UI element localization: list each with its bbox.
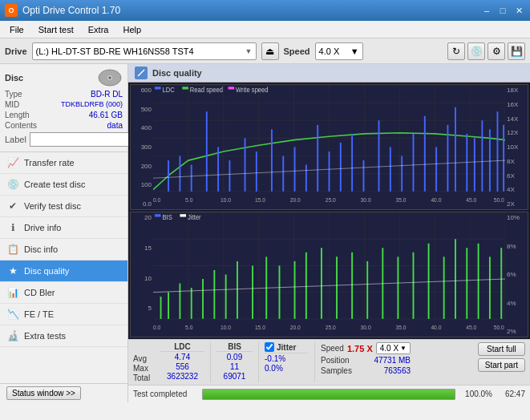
svg-text:Read speed: Read speed (190, 86, 223, 94)
stats-labels-col: Avg Max Total (133, 342, 157, 382)
jitter-avg: -0.1% (265, 354, 309, 363)
menu-bar: File Start test Extra Help (0, 21, 530, 38)
stats-avg-label: Avg (133, 354, 157, 363)
start-full-button[interactable]: Start full (478, 342, 525, 356)
progress-time: 62:47 (497, 390, 525, 398)
svg-text:0.0: 0.0 (153, 324, 160, 332)
chart-header: Disc quality (128, 64, 530, 83)
position-value: 47731 MB (374, 356, 411, 365)
disc-mid-row: MID TDKBLDRFB (000) (5, 100, 123, 109)
svg-text:50.0 GB: 50.0 GB (494, 196, 505, 204)
right-panel: Disc quality 600 500 400 300 200 100 0.0 (128, 64, 530, 402)
status-window-button[interactable]: Status window >> (6, 386, 81, 400)
nav-transfer-rate[interactable]: 📈 Transfer rate (0, 152, 127, 174)
disc-length-label: Length (5, 111, 30, 119)
app-icon: O (5, 4, 18, 17)
drive-select[interactable]: (L:) HL-DT-ST BD-RE WH16NS58 TST4 ▼ (32, 42, 257, 60)
bis-col: BIS 0.09 11 69071 (216, 342, 253, 381)
svg-text:10.0: 10.0 (220, 324, 231, 332)
disc-type-label: Type (5, 90, 22, 99)
nav-disc-quality[interactable]: ★ Disc quality (0, 260, 127, 282)
start-buttons: Start full Start part (478, 342, 525, 372)
progress-percent: 100.0% (460, 390, 492, 398)
svg-rect-58 (229, 87, 235, 89)
settings-button[interactable]: ⚙ (488, 42, 505, 60)
nav-fe-te[interactable]: 📉 FE / TE (0, 304, 127, 325)
disc-label-input[interactable] (30, 132, 138, 147)
svg-text:35.0: 35.0 (396, 324, 407, 332)
progress-area: Test completed 100.0% 62:47 (128, 385, 530, 402)
bis-max: 11 (230, 362, 239, 371)
jitter-col: Jitter -0.1% 0.0% (265, 342, 309, 374)
nav-label-verify-test-disc: Verify test disc (24, 201, 81, 211)
svg-text:40.0: 40.0 (431, 196, 441, 204)
minimize-button[interactable]: – (480, 4, 493, 17)
svg-text:15.0: 15.0 (255, 196, 265, 204)
cd-bler-icon: 📊 (6, 286, 19, 299)
nav-disc-info[interactable]: 📋 Disc info (0, 239, 127, 260)
disc-contents-value: data (107, 121, 123, 130)
jitter-checkbox[interactable] (265, 342, 274, 352)
disc-mid-value: TDKBLDRFB (000) (61, 100, 123, 109)
chart-header-icon (135, 67, 148, 79)
nav-cd-bler[interactable]: 📊 CD Bler (0, 282, 127, 304)
top-chart-svg: LDC Read speed Write speed 0.0 5.0 10.0 … (153, 85, 505, 209)
svg-rect-116 (180, 214, 186, 216)
title-bar: O Opti Drive Control 1.70 – □ ✕ (0, 0, 530, 21)
app-title: Opti Drive Control 1.70 (22, 5, 120, 16)
disc-type-row: Type BD-R DL (5, 90, 123, 99)
chart-title: Disc quality (152, 68, 202, 78)
disc-icon (97, 69, 123, 87)
eject-button[interactable]: ⏏ (261, 42, 279, 60)
status-text: Test completed (133, 390, 197, 398)
disc-length-row: Length 46.61 GB (5, 111, 123, 119)
nav-verify-test-disc[interactable]: ✔ Verify test disc (0, 196, 127, 217)
verify-test-disc-icon: ✔ (6, 200, 19, 212)
disc-button[interactable]: 💿 (467, 42, 485, 60)
svg-text:30.0: 30.0 (361, 324, 371, 332)
svg-text:20.0: 20.0 (290, 196, 301, 204)
svg-text:15.0: 15.0 (255, 324, 265, 332)
disc-mid-label: MID (5, 100, 19, 109)
nav-create-test-disc[interactable]: 💿 Create test disc (0, 174, 127, 196)
main-area: Disc Type BD-R DL MID TDKBLDRFB (000) Le… (0, 64, 530, 402)
svg-text:30.0: 30.0 (361, 196, 371, 204)
disc-label-row: Label 🔍 (5, 132, 123, 147)
disc-contents-row: Contents data (5, 121, 123, 130)
svg-text:0.0: 0.0 (153, 196, 160, 204)
nav-extra-tests[interactable]: 🔬 Extra tests (0, 325, 127, 347)
bis-total: 69071 (224, 372, 246, 381)
menu-extra[interactable]: Extra (82, 23, 115, 36)
start-part-button[interactable]: Start part (478, 358, 525, 372)
drive-info-icon: ℹ (6, 221, 19, 234)
svg-text:50.0 GB: 50.0 GB (494, 324, 505, 332)
bottom-chart-y-right: 10% 8% 6% 4% 2% (505, 212, 528, 337)
nav-label-create-test-disc: Create test disc (24, 180, 85, 189)
nav-label-cd-bler: CD Bler (24, 288, 55, 297)
menu-help[interactable]: Help (116, 23, 148, 36)
svg-text:45.0: 45.0 (466, 196, 476, 204)
close-button[interactable]: ✕ (512, 4, 525, 17)
disc-length-value: 46.61 GB (89, 111, 123, 119)
nav-drive-info[interactable]: ℹ Drive info (0, 217, 127, 239)
speed-select[interactable]: 4.0 X ▼ (315, 42, 363, 60)
top-chart: 600 500 400 300 200 100 0.0 (130, 84, 528, 210)
speed-select[interactable]: 4.0 X ▼ (376, 342, 411, 354)
save-button[interactable]: 💾 (508, 42, 525, 60)
nav-label-fe-te: FE / TE (24, 309, 54, 319)
svg-text:40.0: 40.0 (431, 324, 441, 332)
status-section: Status window >> (0, 383, 127, 402)
nav-label-transfer-rate: Transfer rate (24, 158, 75, 168)
ldc-col: LDC 4.74 556 3623232 (160, 342, 204, 381)
menu-start-test[interactable]: Start test (32, 23, 80, 36)
refresh-button[interactable]: ↻ (447, 42, 465, 60)
top-chart-y-right: 18X 16X 14X 12X 10X 8X 6X 4X 2X (505, 85, 528, 209)
menu-file[interactable]: File (3, 23, 30, 36)
svg-point-2 (109, 77, 111, 79)
svg-text:LDC: LDC (162, 86, 174, 94)
bottom-chart-svg: BIS Jitter 0.0 5.0 10.0 15.0 20.0 25.0 3… (153, 212, 505, 337)
stats-max-label: Max (133, 364, 157, 373)
disc-info-icon: 📋 (6, 243, 19, 256)
top-chart-y-left: 600 500 400 300 200 100 0.0 (131, 85, 153, 209)
maximize-button[interactable]: □ (496, 4, 509, 17)
